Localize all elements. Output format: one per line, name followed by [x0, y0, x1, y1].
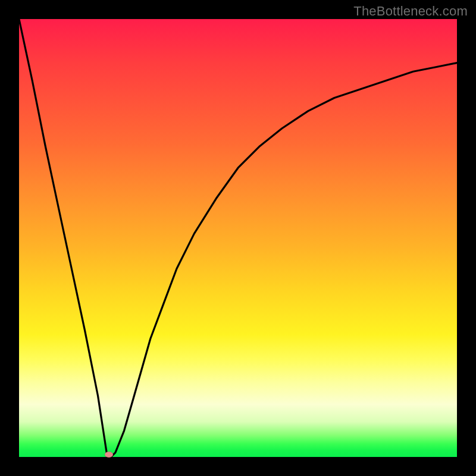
- plot-area: [19, 19, 457, 457]
- watermark: TheBottleneck.com: [353, 4, 468, 19]
- bottleneck-curve: [19, 19, 457, 457]
- chart-frame: TheBottleneck.com: [0, 0, 476, 476]
- curve-path: [19, 19, 457, 457]
